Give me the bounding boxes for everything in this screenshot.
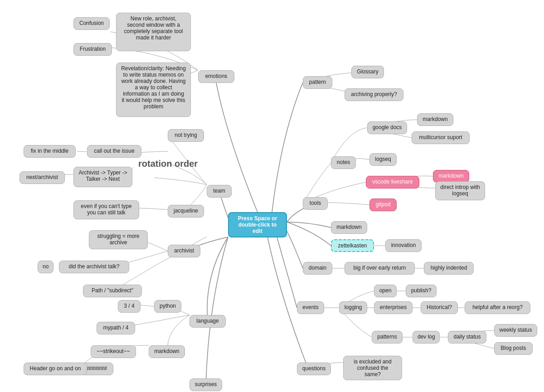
node-fix_middle[interactable]: fix in the middle <box>24 145 76 158</box>
node-tools[interactable]: tools <box>303 197 328 210</box>
node-rotation_order[interactable]: rotation order <box>134 156 199 175</box>
node-historical[interactable]: Historical? <box>421 301 458 314</box>
node-dev_log[interactable]: dev log <box>413 331 440 344</box>
node-gitpod[interactable]: gitpod <box>369 198 397 211</box>
node-events[interactable]: events <box>297 301 324 314</box>
node-frustration[interactable]: Frustration <box>73 43 112 56</box>
node-archivist_typer[interactable]: Archivist -> Typer -> Talker -> Next <box>73 167 132 187</box>
node-glossary[interactable]: Glossary <box>351 66 384 78</box>
node-patterns[interactable]: patterns <box>372 331 403 344</box>
node-header_go[interactable]: Header go on and on <box>24 363 87 375</box>
node-three_four[interactable]: 3 / 4 <box>118 300 141 313</box>
node-domain[interactable]: domain <box>303 262 332 275</box>
node-path_subdirect[interactable]: Path / "subdirect" <box>83 285 142 297</box>
node-struggling[interactable]: struggling = more archive <box>89 230 148 249</box>
node-big_if[interactable]: big if over early return <box>345 262 415 275</box>
node-highly_indented[interactable]: highly indented <box>424 262 474 275</box>
node-zettelkasten[interactable]: zettelkasten <box>331 239 374 252</box>
node-is_excluded[interactable]: is excluded and confused the same? <box>343 356 402 380</box>
node-emotions[interactable]: emotions <box>198 70 234 83</box>
node-logging[interactable]: logging <box>339 301 367 314</box>
node-python[interactable]: python <box>154 300 181 313</box>
node-surprises[interactable]: surprises <box>189 378 222 391</box>
node-center[interactable]: Press Space or double-click to edit <box>228 212 287 237</box>
node-team[interactable]: team <box>207 185 232 198</box>
node-questions[interactable]: questions <box>297 363 331 375</box>
node-no[interactable]: no <box>38 261 53 273</box>
node-markdown_notes[interactable]: markdown <box>417 113 453 126</box>
node-open[interactable]: open <box>374 285 397 297</box>
node-newrole[interactable]: New role, archivist, second window with … <box>116 13 191 51</box>
node-mypath4[interactable]: mypath / 4 <box>97 322 135 334</box>
node-google_docs[interactable]: google docs <box>367 121 407 134</box>
node-next_archivist[interactable]: next/archivist <box>19 171 65 184</box>
node-weekly_status[interactable]: weekly status <box>494 324 537 337</box>
node-markdown_lang[interactable]: markdown <box>149 345 185 358</box>
node-confusion[interactable]: Confusion <box>73 17 110 30</box>
node-not_trying[interactable]: not trying <box>168 129 204 142</box>
node-logseq[interactable]: logseq <box>369 153 397 166</box>
node-archivist[interactable]: archivist <box>168 245 200 257</box>
node-strikeout[interactable]: ~~strikeout~~ <box>91 345 136 358</box>
node-helpful_reorg[interactable]: helpful after a reorg? <box>465 301 530 314</box>
node-revelation[interactable]: Revelation/clarity: Needing to write sta… <box>116 63 191 117</box>
node-vscode[interactable]: vscode liveshare <box>366 176 419 189</box>
node-markdown_tools[interactable]: markdown <box>331 221 367 234</box>
node-markdown_vscode[interactable]: markdown <box>433 170 469 183</box>
node-multicursor[interactable]: multicursor suport <box>412 131 470 144</box>
node-pattern[interactable]: pattern <box>303 76 332 89</box>
node-direct_introp[interactable]: direct introp with logseq <box>435 181 485 200</box>
node-archiving_properly[interactable]: archiving properly? <box>345 88 403 101</box>
node-language[interactable]: language <box>189 315 226 328</box>
node-jacqueline[interactable]: jacqueline <box>168 205 204 218</box>
node-innovation[interactable]: innovation <box>385 239 422 252</box>
node-daily_status[interactable]: daily status <box>448 331 486 344</box>
node-notes[interactable]: notes <box>331 156 356 169</box>
node-blog_posts[interactable]: Blog posts <box>494 342 533 355</box>
node-even_if[interactable]: even if you can't type you can still tal… <box>73 200 139 219</box>
node-call_out_issue[interactable]: call out the issue <box>87 145 141 158</box>
node-did_archivist[interactable]: did the archivist talk? <box>59 261 129 273</box>
node-enterprises[interactable]: enterprises <box>374 301 413 314</box>
node-publish[interactable]: publish? <box>406 285 437 297</box>
